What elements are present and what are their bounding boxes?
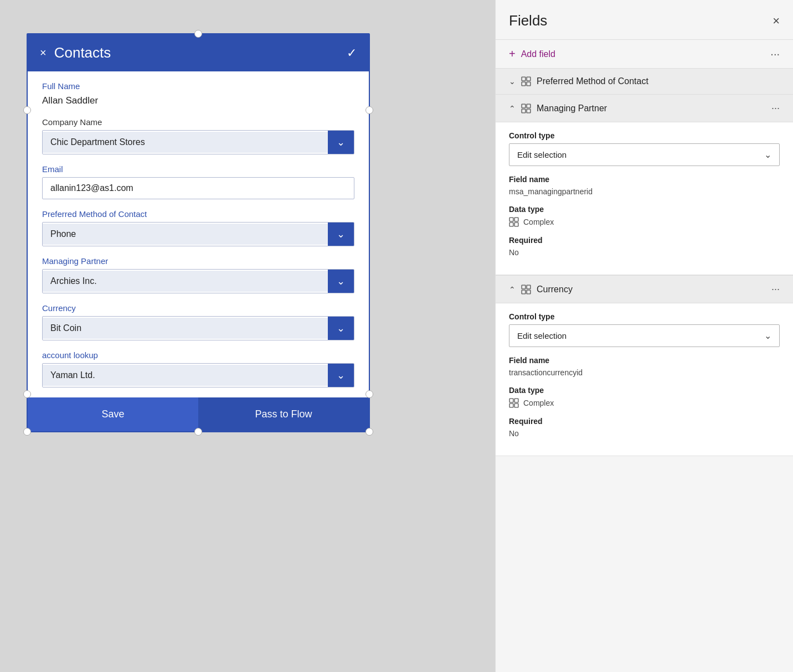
required-value-2: No [509, 429, 780, 438]
email-label: Email [42, 164, 354, 174]
svg-rect-8 [509, 218, 513, 221]
currency-group: Currency Bit Coin ⌄ [42, 303, 354, 340]
svg-rect-19 [514, 404, 518, 407]
currency-label: Currency [42, 303, 354, 313]
section-managing-partner-label: Managing Partner [537, 104, 607, 113]
company-name-label: Company Name [42, 117, 354, 127]
section-preferred-contact[interactable]: ⌄ Preferred Method of Contact [496, 69, 793, 95]
control-type-dropdown-2[interactable]: Edit selection ⌄ [509, 324, 780, 347]
save-button[interactable]: Save [28, 397, 198, 431]
managing-partner-label: Managing Partner [42, 256, 354, 266]
preferred-contact-value: Phone [43, 224, 328, 245]
control-type-value-1: Edit selection [517, 150, 567, 159]
managing-partner-group: Managing Partner Archies Inc. ⌄ [42, 256, 354, 293]
currency-detail: Control type Edit selection ⌄ Field name… [496, 303, 793, 456]
chevron-up-icon-currency: ⌃ [509, 285, 516, 294]
required-label-1: Required [509, 236, 780, 245]
account-lookup-value: Yaman Ltd. [43, 365, 328, 386]
section-managing-partner: ⌃ Managing Partner ··· Control type Edit… [496, 95, 793, 275]
field-name-label-2: Field name [509, 356, 780, 365]
currency-value: Bit Coin [43, 318, 328, 339]
full-name-group: Full Name Allan Saddler [42, 81, 354, 107]
account-lookup-dropdown[interactable]: Yaman Ltd. ⌄ [42, 363, 354, 387]
svg-rect-16 [509, 399, 513, 402]
company-name-dropdown[interactable]: Chic Department Stores ⌄ [42, 130, 354, 154]
data-type-grid-icon-1 [509, 217, 519, 227]
close-icon[interactable]: × [40, 46, 47, 59]
preferred-contact-dropdown[interactable]: Phone ⌄ [42, 222, 354, 246]
chevron-down-icon: ⌄ [509, 77, 516, 86]
account-lookup-label: account lookup [42, 350, 354, 360]
svg-rect-14 [522, 290, 526, 294]
form-body: Full Name Allan Saddler Company Name Chi… [28, 71, 369, 387]
account-lookup-dropdown-btn[interactable]: ⌄ [328, 364, 354, 387]
resize-handle-bottom-left[interactable] [23, 428, 31, 436]
managing-partner-dropdown[interactable]: Archies Inc. ⌄ [42, 269, 354, 293]
svg-rect-4 [522, 104, 526, 108]
email-input[interactable] [42, 177, 354, 199]
add-field-more-icon[interactable]: ··· [770, 48, 780, 60]
resize-handle-bottom-center[interactable] [194, 428, 202, 436]
section-currency: ⌃ Currency ··· Control type Edit selecti… [496, 276, 793, 456]
resize-handle-top[interactable] [194, 30, 202, 38]
check-icon[interactable]: ✓ [347, 46, 357, 60]
resize-handle-right-bottom[interactable] [365, 390, 373, 398]
section-managing-partner-header: ⌃ Managing Partner ··· [496, 95, 793, 122]
control-type-label-1: Control type [509, 131, 780, 140]
resize-handle-left-bottom[interactable] [23, 390, 31, 398]
account-lookup-group: account lookup Yaman Ltd. ⌄ [42, 350, 354, 387]
currency-dropdown[interactable]: Bit Coin ⌄ [42, 316, 354, 340]
fields-close-icon[interactable]: × [773, 14, 780, 28]
section-managing-partner-more[interactable]: ··· [771, 102, 780, 114]
grid-icon [521, 76, 531, 86]
managing-partner-dropdown-btn[interactable]: ⌄ [328, 270, 354, 293]
data-type-label-2: Data type [509, 386, 780, 395]
svg-rect-15 [527, 290, 531, 294]
control-type-dropdown-1[interactable]: Edit selection ⌄ [509, 143, 780, 166]
section-currency-more[interactable]: ··· [771, 283, 780, 295]
section-currency-header-left[interactable]: ⌃ Currency [509, 285, 573, 294]
field-name-label-1: Field name [509, 175, 780, 184]
svg-rect-17 [514, 399, 518, 402]
resize-handle-left-top[interactable] [23, 106, 31, 114]
section-preferred-contact-label: Preferred Method of Contact [537, 76, 648, 86]
svg-rect-10 [509, 223, 513, 226]
company-name-dropdown-btn[interactable]: ⌄ [328, 131, 354, 154]
svg-rect-1 [527, 77, 531, 81]
contacts-title: Contacts [54, 44, 111, 61]
section-managing-partner-header-left[interactable]: ⌃ Managing Partner [509, 104, 607, 113]
company-name-value: Chic Department Stores [43, 132, 328, 153]
svg-rect-5 [527, 104, 531, 108]
svg-rect-12 [522, 285, 526, 289]
full-name-value: Allan Saddler [42, 94, 354, 107]
data-type-grid-icon-2 [509, 398, 519, 408]
required-label-2: Required [509, 417, 780, 426]
grid-icon-currency [521, 285, 531, 294]
chevron-up-icon-managing: ⌃ [509, 104, 516, 113]
currency-dropdown-btn[interactable]: ⌄ [328, 317, 354, 340]
resize-handle-right-top[interactable] [365, 106, 373, 114]
preferred-contact-dropdown-btn[interactable]: ⌄ [328, 223, 354, 246]
email-group: Email [42, 164, 354, 199]
add-field-button[interactable]: + Add field [509, 48, 555, 60]
control-type-chevron-2: ⌄ [764, 330, 771, 341]
contacts-header-left: × Contacts [40, 44, 111, 61]
add-field-label: Add field [521, 49, 555, 59]
svg-rect-13 [527, 285, 531, 289]
pass-to-flow-button[interactable]: Pass to Flow [198, 397, 369, 431]
add-field-row: + Add field ··· [496, 39, 793, 69]
svg-rect-11 [514, 223, 518, 226]
resize-handle-bottom-right[interactable] [365, 428, 373, 436]
managing-partner-value: Archies Inc. [43, 271, 328, 292]
company-name-group: Company Name Chic Department Stores ⌄ [42, 117, 354, 154]
data-type-row-2: Complex [509, 398, 780, 408]
preferred-contact-group: Preferred Method of Contact Phone ⌄ [42, 209, 354, 246]
field-name-value-1: msa_managingpartnerid [509, 187, 780, 196]
control-type-chevron-1: ⌄ [764, 149, 771, 160]
svg-rect-9 [514, 218, 518, 221]
section-currency-header: ⌃ Currency ··· [496, 276, 793, 303]
svg-rect-7 [527, 109, 531, 113]
field-name-value-2: transactioncurrencyid [509, 368, 780, 377]
data-type-value-2: Complex [523, 399, 554, 407]
data-type-row-1: Complex [509, 217, 780, 227]
